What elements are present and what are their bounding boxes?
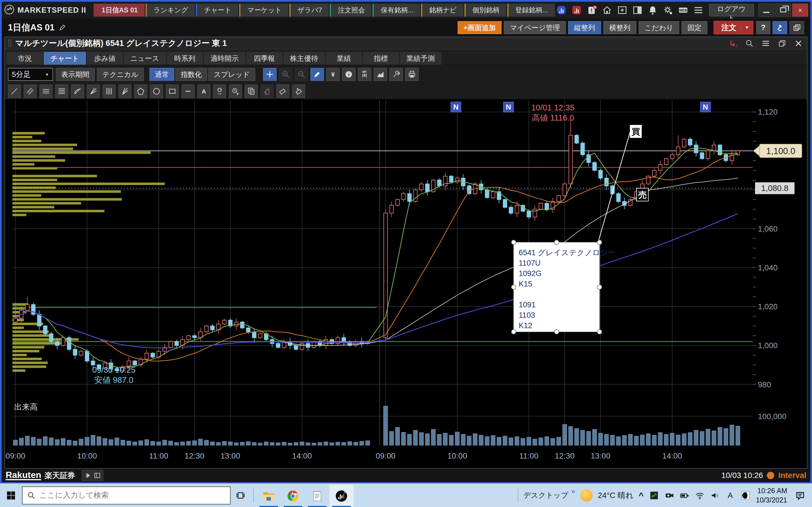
menu-button[interactable] bbox=[693, 4, 704, 16]
top-tab-9[interactable]: 登録銘柄... bbox=[507, 4, 555, 17]
horizontal-segment-tool-button[interactable] bbox=[182, 84, 195, 98]
order-button[interactable]: 注文 ▼ bbox=[714, 21, 753, 34]
eraser-all-tool-button[interactable]: A bbox=[292, 84, 305, 98]
yen-button[interactable]: ¥ bbox=[326, 68, 340, 81]
hand-select-tool-button[interactable] bbox=[260, 84, 273, 98]
page-button-3[interactable]: 横整列 bbox=[603, 21, 637, 34]
window-close-button[interactable] bbox=[793, 38, 804, 48]
taskbar-app-notepad[interactable] bbox=[305, 485, 329, 507]
page-button-0[interactable]: +画面追加 bbox=[458, 21, 502, 34]
taskbar-clock[interactable]: 10:26 AM 10/3/2021 bbox=[756, 486, 787, 504]
close-button[interactable]: × bbox=[792, 4, 808, 17]
eraser-tool-button[interactable] bbox=[276, 84, 289, 98]
window-tab-6[interactable]: 四季報 bbox=[246, 52, 283, 65]
interval-select[interactable]: 5分足 ▼ bbox=[8, 68, 53, 81]
mode-button-1[interactable]: 指数化 bbox=[175, 68, 207, 81]
split-panel-button[interactable] bbox=[632, 4, 643, 16]
action-center-button[interactable] bbox=[792, 484, 808, 507]
help-button[interactable]: ? bbox=[756, 21, 770, 34]
chart-panel-blue-button[interactable] bbox=[556, 4, 567, 16]
chart-area[interactable]: 09:0010:0011:0012:3013:0014:0009:0010:00… bbox=[5, 99, 807, 468]
trendline-tool-button[interactable] bbox=[8, 84, 21, 98]
rectangle-tool-button[interactable] bbox=[166, 84, 179, 98]
drag-grip-icon[interactable] bbox=[8, 39, 12, 48]
top-tab-7[interactable]: 銘柄ナビ bbox=[421, 4, 463, 17]
tray-ime-a[interactable]: A bbox=[725, 490, 735, 501]
weather-label[interactable]: 24°C 晴れ bbox=[598, 490, 633, 501]
taskbar-app-explorer[interactable] bbox=[257, 485, 281, 507]
start-button[interactable] bbox=[0, 484, 22, 507]
window-tab-8[interactable]: 業績 bbox=[326, 52, 362, 65]
taskbar-app-marketspeed[interactable]: R bbox=[329, 485, 354, 507]
weather-sun-icon[interactable] bbox=[580, 489, 593, 502]
popout-window-button[interactable] bbox=[790, 21, 804, 34]
logout-button[interactable]: ログアウト bbox=[709, 4, 754, 16]
alert-news-button[interactable]: !N bbox=[586, 4, 598, 16]
window-link-1-button[interactable]: 1 bbox=[727, 38, 739, 48]
toolbar-button-1[interactable]: テクニカル bbox=[97, 68, 144, 81]
multitool-title-bar[interactable]: マルチツール(個別銘柄) 6541 グレイステクノロジー 東 1 1 bbox=[5, 37, 807, 50]
crosshair-button[interactable] bbox=[263, 68, 276, 81]
tray-wifi[interactable] bbox=[695, 490, 705, 501]
page-button-5[interactable]: 固定 bbox=[681, 21, 707, 34]
icon-stamp-tool-button[interactable]: icon bbox=[213, 84, 226, 98]
page-button-4[interactable]: こだわり bbox=[639, 21, 679, 34]
tray-tray-chart[interactable] bbox=[649, 490, 659, 501]
layout-panel-icon[interactable] bbox=[94, 472, 101, 479]
page-button-2[interactable]: 縦整列 bbox=[568, 21, 601, 34]
info-button[interactable]: i bbox=[342, 68, 356, 81]
add-window-button[interactable] bbox=[617, 4, 628, 16]
jump-link-button[interactable] bbox=[772, 21, 787, 34]
tray-battery[interactable] bbox=[679, 490, 690, 501]
top-tab-6[interactable]: 保有銘柄... bbox=[372, 4, 420, 17]
tray-ime-ball[interactable] bbox=[740, 490, 751, 501]
minimize-button[interactable] bbox=[758, 4, 774, 17]
chart-panel-red-button[interactable] bbox=[571, 4, 582, 16]
taskbar-app-chrome[interactable] bbox=[281, 485, 305, 507]
horizontal-line-tool-button[interactable] bbox=[40, 84, 52, 98]
window-tab-1[interactable]: チャート bbox=[44, 52, 86, 65]
zoom-out-button[interactable] bbox=[295, 68, 308, 81]
settings-gear-button[interactable] bbox=[662, 4, 673, 16]
window-tab-4[interactable]: 時系列 bbox=[167, 52, 203, 65]
top-tab-2[interactable]: チャート bbox=[196, 4, 238, 17]
gann-lines-tool-button[interactable] bbox=[118, 84, 132, 98]
show-hidden-icons-button[interactable]: ^ bbox=[639, 491, 644, 500]
draw-pencil-button[interactable] bbox=[310, 68, 324, 81]
horizontal-lines-tool-button[interactable] bbox=[55, 84, 68, 98]
top-tab-4[interactable]: ザラバ7 bbox=[289, 4, 329, 17]
window-tab-3[interactable]: ニュース bbox=[124, 52, 166, 65]
top-tab-8[interactable]: 個別銘柄 bbox=[464, 4, 506, 17]
web-button[interactable]: WEB bbox=[677, 4, 689, 16]
text-label-tool-button[interactable]: A bbox=[197, 84, 210, 98]
desktop-switcher[interactable]: デスクトップ » bbox=[523, 490, 575, 500]
search-input[interactable] bbox=[40, 491, 225, 500]
bell-button[interactable] bbox=[647, 4, 658, 16]
window-tab-2[interactable]: 歩み値 bbox=[87, 52, 123, 65]
window-tab-5[interactable]: 適時開示 bbox=[204, 52, 246, 65]
mode-button-0[interactable]: 通常 bbox=[149, 68, 174, 81]
window-menu-button[interactable] bbox=[760, 38, 771, 48]
home-button[interactable] bbox=[601, 4, 613, 16]
window-tab-0[interactable]: 市況 bbox=[7, 52, 43, 65]
tray-camera[interactable] bbox=[664, 490, 675, 501]
page-button-1[interactable]: マイページ管理 bbox=[504, 21, 566, 34]
my-chart-button[interactable]: MY bbox=[358, 68, 371, 81]
task-view-button[interactable] bbox=[231, 484, 250, 507]
parallel-lines-tool-button[interactable] bbox=[24, 84, 37, 98]
window-tab-10[interactable]: 業績予測 bbox=[400, 52, 442, 65]
tray-volume[interactable] bbox=[710, 490, 720, 501]
wrench-button[interactable] bbox=[389, 68, 403, 81]
mode-button-2[interactable]: スプレッド bbox=[208, 68, 255, 81]
print-button[interactable] bbox=[405, 68, 419, 81]
edit-pencil-icon[interactable] bbox=[58, 24, 66, 32]
window-search-button[interactable] bbox=[744, 38, 755, 48]
fibonacci-arc-tool-button[interactable] bbox=[71, 84, 84, 98]
taskbar-search[interactable] bbox=[22, 487, 231, 504]
window-restore-button[interactable] bbox=[776, 38, 788, 48]
pentagon-tool-button[interactable] bbox=[134, 84, 147, 98]
top-tab-5[interactable]: 注文照会 bbox=[329, 4, 371, 17]
fan-lines-tool-button[interactable] bbox=[87, 84, 100, 98]
top-tab-1[interactable]: ランキング bbox=[146, 4, 195, 17]
window-tab-7[interactable]: 株主優待 bbox=[283, 52, 325, 65]
